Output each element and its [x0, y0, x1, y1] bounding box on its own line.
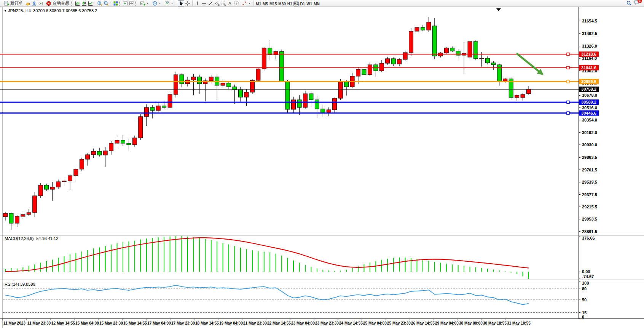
channel-icon[interactable]: E	[214, 0, 220, 6]
candle	[150, 107, 155, 110]
price-badge-label: 30589.2	[581, 100, 596, 104]
candle	[21, 214, 25, 216]
chevron-down-icon: ▾	[171, 2, 173, 5]
templates-icon	[164, 0, 170, 6]
price-tick-label: 31654.5	[582, 19, 597, 23]
candle	[450, 48, 454, 51]
time-axis-label: 11 May 23:30	[27, 321, 51, 325]
notifications-button[interactable]: 1	[634, 0, 640, 7]
candle	[256, 69, 260, 80]
periods-button[interactable]: ▾	[150, 0, 162, 6]
candlestick-chart-icon[interactable]	[80, 0, 87, 6]
timeframe-button-M1[interactable]: M1	[255, 2, 261, 6]
notification-badge: 1	[638, 0, 642, 3]
time-axis-label: 23 May 04:00	[291, 321, 315, 325]
trend-arrow-annotation[interactable]	[516, 53, 540, 72]
chart-area[interactable]: 31654.531492.531326.031164.031002.030840…	[0, 0, 644, 328]
candle	[356, 69, 360, 76]
candle	[344, 82, 349, 87]
search-icon[interactable]	[626, 0, 632, 6]
auto-scroll-icon[interactable]	[122, 0, 128, 6]
candle	[309, 94, 313, 100]
chevron-down-icon: ▾	[159, 2, 161, 5]
candle	[45, 185, 49, 189]
zoom-out-icon[interactable]	[103, 0, 109, 6]
candle	[285, 81, 290, 109]
time-axis-label: 23 May 23:30	[315, 321, 339, 325]
candle	[239, 90, 243, 97]
metaeditor-icon[interactable]	[31, 0, 37, 6]
timeframe-button-H1[interactable]: H1	[287, 2, 293, 6]
time-axis-label: 17 May 04:00	[147, 321, 171, 325]
zoom-in-icon[interactable]	[96, 0, 103, 6]
timeframe-button-H4[interactable]: H4	[293, 2, 299, 6]
new-order-label: 新订单	[10, 0, 23, 6]
candle	[386, 59, 390, 63]
timeframe-button-M15[interactable]: M15	[269, 2, 277, 6]
charts-icon[interactable]	[24, 0, 31, 6]
new-order-button[interactable]: 新订单	[2, 0, 24, 6]
candle	[444, 48, 448, 53]
crosshair-icon[interactable]	[184, 0, 191, 6]
price-tick-label: 31326.0	[582, 44, 597, 48]
vertical-line-icon[interactable]	[194, 0, 201, 6]
time-axis-label: 30 May 18:55	[483, 321, 507, 325]
line-handle[interactable]	[567, 101, 569, 104]
chevron-down-icon: ▾	[147, 2, 148, 5]
candle	[485, 58, 489, 63]
line-chart-icon[interactable]	[87, 0, 93, 6]
arrows-icon	[241, 0, 247, 6]
line-handle[interactable]	[567, 80, 569, 83]
tile-windows-icon[interactable]	[112, 0, 119, 6]
svg-text:E: E	[218, 4, 220, 6]
candle	[197, 77, 201, 84]
text-icon[interactable]: A	[226, 0, 233, 6]
templates-button[interactable]: ▾	[162, 0, 174, 6]
price-tick-label: 30030.0	[582, 142, 597, 147]
line-handle[interactable]	[567, 66, 569, 69]
candle	[321, 109, 325, 113]
price-tick-label: 29053.5	[582, 217, 597, 221]
svg-text:F: F	[225, 4, 226, 6]
chart-title-ohlc: 30700.6 30800.7 30685.6 30758.2	[33, 8, 97, 13]
candle	[168, 94, 172, 107]
signals-icon[interactable]	[37, 0, 44, 6]
horizontal-line-icon[interactable]	[201, 0, 207, 6]
candle	[221, 83, 225, 85]
line-handle[interactable]	[567, 53, 569, 56]
arrows-button[interactable]: ▾	[239, 0, 252, 6]
line-handle[interactable]	[567, 112, 569, 114]
chart-title-symbol: JPN225-,H4	[8, 8, 31, 13]
macd-tick-label: -74.67	[582, 274, 594, 279]
candle	[209, 77, 213, 81]
fibonacci-icon[interactable]: F	[220, 0, 226, 6]
time-axis-label: 21 May 23:30	[243, 321, 267, 325]
candle	[427, 22, 431, 30]
candle	[327, 110, 331, 113]
price-tick-label: 30192.0	[582, 130, 597, 135]
candle	[121, 140, 125, 143]
candle	[162, 106, 166, 107]
timeframe-button-W1[interactable]: W1	[306, 2, 312, 6]
cursor-icon[interactable]	[178, 0, 184, 6]
timeframe-button-D1[interactable]: D1	[300, 2, 305, 6]
bar-chart-icon[interactable]	[74, 0, 80, 6]
timeframe-button-M5[interactable]: M5	[262, 2, 268, 6]
symbol-dropdown-icon[interactable]: ▼	[4, 9, 7, 13]
trendline-icon[interactable]	[207, 0, 214, 6]
price-tick-label: 31492.5	[582, 31, 597, 36]
timeframe-button-MN[interactable]: MN	[313, 2, 320, 6]
candle	[333, 98, 337, 110]
candle	[297, 100, 301, 107]
chart-shift-marker[interactable]	[496, 8, 501, 11]
price-badge-label: 31041.6	[581, 66, 596, 70]
candle	[468, 42, 472, 57]
time-axis-label: 22 May 14:55	[267, 321, 291, 325]
candle	[474, 42, 478, 59]
candle	[415, 27, 419, 31]
autotrading-button[interactable]: 自动交易	[44, 0, 71, 6]
text-label-icon[interactable]: T	[233, 0, 239, 6]
new-chart-button[interactable]: ▾	[138, 0, 150, 6]
chart-shift-icon[interactable]	[128, 0, 135, 6]
timeframe-button-M30[interactable]: M30	[278, 2, 286, 6]
